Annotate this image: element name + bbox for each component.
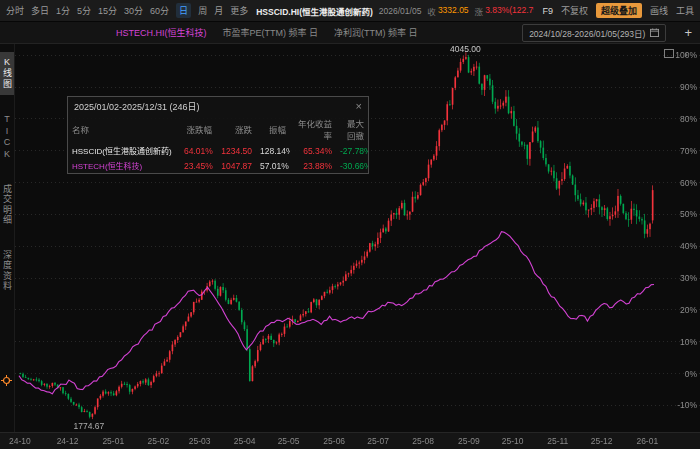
timeframe-tab-30min[interactable]: 30分 bbox=[124, 4, 143, 17]
super-overlay-button[interactable]: 超级叠加 bbox=[596, 3, 642, 18]
y-tick-label: 70% bbox=[680, 146, 697, 156]
x-axis-labels: 24-1024-1225-0125-0225-0325-0425-0525-06… bbox=[0, 432, 700, 449]
tooltip-col-header: 振幅 bbox=[256, 115, 290, 143]
sidebar-tab-kline[interactable]: K线图 bbox=[0, 52, 14, 95]
collapse-panel-icon[interactable]: › bbox=[684, 50, 688, 58]
sidebar-tab-depth-info[interactable]: 深度资料 bbox=[0, 245, 14, 297]
tooltip-col-header: 年化收益率 bbox=[290, 115, 336, 143]
x-tick-label: 25-09 bbox=[458, 436, 480, 446]
chart-area: 100%90%80%70%60%50%40%30%20%10%0%-10% 40… bbox=[15, 44, 700, 433]
overlay-series-label[interactable]: HSTECH.HI(恒生科技) bbox=[116, 26, 207, 39]
tooltip-col-header: 名称 bbox=[68, 115, 180, 143]
adjust-mode-button[interactable]: 不复权 bbox=[561, 4, 588, 17]
timeframe-tab-week[interactable]: 周 bbox=[198, 4, 207, 17]
timeframe-tab-multi-day[interactable]: 多日 bbox=[31, 4, 49, 17]
quote-date: 2026/01/05 bbox=[379, 6, 422, 16]
tooltip-col-header: 最大回撤 bbox=[336, 115, 368, 143]
tooltip-stats-table: 名称涨跌幅涨跌振幅年化收益率最大回撤HSSCID(恒生港股通创新药)64.01%… bbox=[68, 115, 368, 173]
y-tick-label: 50% bbox=[680, 209, 697, 219]
stock-info-bar: HSSCID.HI(恒生港股通创新药) 2026/01/05 收3332.05涨… bbox=[256, 5, 534, 17]
stock-fields: 收3332.05涨3.83%(122.79)开3183.89高3361.71低3… bbox=[427, 5, 534, 17]
f9-button[interactable]: F9 bbox=[542, 6, 553, 16]
timeframe-tab-15min[interactable]: 15分 bbox=[98, 4, 117, 17]
y-tick-label: 80% bbox=[680, 114, 697, 124]
timeframe-tabs: 分时多日1分5分15分30分60分日周月更多 bbox=[6, 3, 248, 18]
x-tick-label: 25-03 bbox=[189, 436, 211, 446]
y-tick-label: 90% bbox=[680, 82, 697, 92]
y-tick-label: 30% bbox=[680, 273, 697, 283]
y-tick-label: 40% bbox=[680, 241, 697, 251]
timeframe-tab-day[interactable]: 日 bbox=[176, 3, 191, 18]
calendar-icon bbox=[650, 28, 659, 37]
left-tab-strip: K线图TICK成交明细深度资料 bbox=[0, 44, 15, 433]
stock-code[interactable]: HSSCID.HI(恒生港股通创新药) bbox=[256, 5, 373, 17]
x-tick-label: 25-10 bbox=[502, 436, 524, 446]
high-annotation: 4045.00 bbox=[450, 44, 481, 54]
field-change: 涨3.83%(122.79) bbox=[475, 5, 535, 17]
timeframe-tab-60min[interactable]: 60分 bbox=[150, 4, 169, 17]
crosshair-tool-icon[interactable] bbox=[1, 372, 12, 390]
sidebar-tab-tick[interactable]: TICK bbox=[0, 109, 14, 165]
y-tick-label: 60% bbox=[680, 178, 697, 188]
sidebar-tabs: K线图TICK成交明细深度资料 bbox=[0, 44, 14, 297]
low-annotation: 1774.67 bbox=[73, 421, 104, 431]
y-tick-label: 0% bbox=[685, 369, 697, 379]
y-tick-label: 10% bbox=[680, 337, 697, 347]
tooltip-row: HSTECH(恒生科技)23.45%1047.8757.01%23.88%-30… bbox=[68, 158, 368, 173]
x-tick-label: 25-07 bbox=[367, 436, 389, 446]
indicator-tab-pe[interactable]: 市盈率PE(TTM) 频率 日 bbox=[223, 26, 319, 39]
indicator-tab-profit[interactable]: 净利润(TTM) 频率 日 bbox=[334, 26, 418, 39]
date-range-text: 2024/10/28-2026/01/05(293日) bbox=[529, 27, 645, 39]
date-range-picker[interactable]: 2024/10/28-2026/01/05(293日) bbox=[522, 24, 666, 42]
timeframe-tab-month[interactable]: 月 bbox=[214, 4, 223, 17]
tools-button[interactable]: 工具 bbox=[676, 4, 694, 17]
chart-body: K线图TICK成交明细深度资料 100%90%80%70%60%50%40%30… bbox=[0, 44, 700, 433]
x-tick-label: 25-12 bbox=[591, 436, 613, 446]
x-tick-label: 25-04 bbox=[234, 436, 256, 446]
timeframe-tab-more[interactable]: 更多 bbox=[230, 4, 248, 17]
tooltip-col-header: 涨跌 bbox=[216, 115, 256, 143]
x-tick-label: 24-12 bbox=[57, 436, 79, 446]
tooltip-header: 2025/01/02-2025/12/31 (246日) × bbox=[68, 97, 368, 115]
x-tick-label: 26-01 bbox=[636, 436, 658, 446]
tooltip-col-header: 涨跌幅 bbox=[180, 115, 216, 143]
x-tick-label: 25-02 bbox=[147, 436, 169, 446]
x-tick-label: 25-06 bbox=[323, 436, 345, 446]
add-overlay-button[interactable]: + bbox=[684, 28, 692, 38]
sidebar-tab-trade-details[interactable]: 成交明细 bbox=[0, 179, 14, 231]
range-stats-tooltip: 2025/01/02-2025/12/31 (246日) × 名称涨跌幅涨跌振幅… bbox=[67, 96, 369, 174]
draw-line-button[interactable]: 画线 bbox=[650, 4, 668, 17]
y-tick-label: 20% bbox=[680, 305, 697, 315]
tooltip-row: HSSCID(恒生港股通创新药)64.01%1234.50128.14%65.3… bbox=[68, 143, 368, 158]
stock-chart-app: 分时多日1分5分15分30分60分日周月更多 HSSCID.HI(恒生港股通创新… bbox=[0, 0, 700, 449]
sub-toolbar: HSTECH.HI(恒生科技) 市盈率PE(TTM) 频率 日 净利润(TTM)… bbox=[0, 22, 700, 44]
x-tick-label: 25-01 bbox=[102, 436, 124, 446]
chart-window-controls: › bbox=[664, 49, 688, 58]
y-tick-label: -10% bbox=[677, 400, 697, 410]
field-close: 收3332.05 bbox=[427, 5, 468, 17]
tooltip-title: 2025/01/02-2025/12/31 (246日) bbox=[74, 100, 200, 113]
timeframe-tab-fenshi[interactable]: 分时 bbox=[6, 4, 24, 17]
toolbar-right: F9 不复权 超级叠加 画线 工具 bbox=[542, 3, 694, 18]
x-tick-label: 25-05 bbox=[278, 436, 300, 446]
x-tick-label: 24-10 bbox=[9, 436, 31, 446]
x-tick-label: 25-11 bbox=[547, 436, 568, 446]
timeframe-tab-1min[interactable]: 1分 bbox=[56, 4, 70, 17]
tooltip-close-icon[interactable]: × bbox=[356, 102, 362, 111]
top-toolbar: 分时多日1分5分15分30分60分日周月更多 HSSCID.HI(恒生港股通创新… bbox=[0, 0, 700, 22]
popout-window-icon[interactable] bbox=[664, 49, 674, 58]
timeframe-tab-5min[interactable]: 5分 bbox=[77, 4, 91, 17]
x-tick-label: 25-08 bbox=[412, 436, 434, 446]
